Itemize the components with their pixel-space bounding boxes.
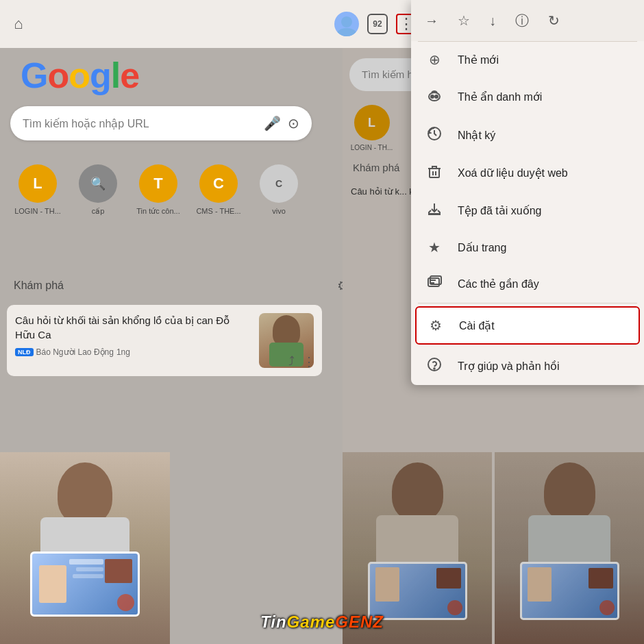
shortcut-label-4: CMS - THE... (196, 207, 240, 215)
menu-label-tro-giup: Trợ giúp và phản hồi (458, 360, 560, 373)
trash-icon (425, 164, 444, 182)
news-source-badge: NLĐ (15, 348, 34, 356)
shortcut-icon-3: T (139, 164, 177, 203)
settings-icon: ⚙ (426, 317, 445, 334)
kham-pha-label: Khám phá (14, 280, 64, 292)
browser-topbar-left: ⌂ 92 ⋮ (0, 0, 425, 48)
shortcut-label-5: vivo (272, 207, 286, 215)
context-menu-topbar: → ☆ ↓ ⓘ ↻ (411, 0, 644, 41)
shortcut-icon-4: C (199, 164, 238, 203)
menu-item-tep-tai-xuong[interactable]: Tệp đã tải xuống (411, 192, 644, 230)
tab-count-badge[interactable]: 92 (367, 14, 388, 34)
context-menu: → ☆ ↓ ⓘ ↻ ⊕ Thẻ mới Thẻ ẩn danh mới (411, 0, 644, 385)
history-icon (425, 126, 444, 145)
news-title: Câu hỏi từ khối tài sản khổng lồ của bị … (15, 313, 252, 342)
menu-label-xoa-du-lieu: Xoá dữ liệu duyệt web (458, 166, 568, 179)
menu-label-dau-trang: Dấu trang (458, 241, 506, 254)
mic-icon[interactable]: 🎤 (264, 115, 281, 132)
shortcut-4[interactable]: C CMS - THE... (195, 164, 243, 216)
forward-icon[interactable]: → (425, 13, 438, 29)
news-source-name: Báo Người Lao Động (36, 347, 114, 357)
shortcut-icon-1: L (18, 164, 57, 203)
search-bar[interactable]: Tìm kiếm hoặc nhập URL 🎤 ⊙ (10, 106, 312, 140)
shortcut-3[interactable]: T Tin tức côn... (134, 164, 182, 216)
shortcuts-row: L LOGIN - TH... 🔍 cấp T Tin tức côn... C… (7, 158, 349, 223)
star-icon[interactable]: ☆ (458, 12, 470, 29)
menu-item-cai-dat[interactable]: ⚙ Cài đặt (417, 308, 639, 343)
download-icon[interactable]: ↓ (489, 13, 496, 29)
downloads-icon (425, 201, 444, 220)
menu-label-the-moi: Thẻ mới (458, 53, 499, 66)
right-shortcut-1: L LOGIN - TH... (349, 105, 394, 151)
bookmark-icon: ★ (425, 239, 444, 256)
help-icon (425, 357, 444, 375)
kham-pha-header: Khám phá ⚙ (10, 277, 353, 294)
refresh-icon[interactable]: ↻ (548, 12, 560, 29)
home-button[interactable]: ⌂ (8, 14, 29, 34)
news-source: NLĐ Báo Người Lao Động 1ng (15, 347, 252, 357)
watermark: TinGameGENZ (260, 612, 384, 632)
shortcut-2[interactable]: 🔍 cấp (74, 164, 122, 216)
menu-item-tro-giup[interactable]: Trợ giúp và phản hồi (411, 347, 644, 385)
shortcut-label-3: Tin tức côn... (136, 207, 179, 216)
svg-rect-6 (430, 169, 439, 177)
menu-label-tep-tai-xuong: Tệp đã tải xuống (458, 204, 542, 217)
menu-item-cai-dat-highlighted[interactable]: ⚙ Cài đặt (415, 306, 640, 345)
menu-item-xoa-du-lieu[interactable]: Xoá dữ liệu duyệt web (411, 154, 644, 192)
news-img-left (0, 452, 170, 644)
shortcut-icon-5: C (260, 164, 298, 203)
svg-point-3 (431, 95, 434, 98)
shortcut-icon-2: 🔍 (79, 164, 117, 203)
lens-icon[interactable]: ⊙ (288, 115, 299, 132)
menu-divider-2 (418, 303, 637, 304)
recent-tabs-icon (425, 275, 444, 293)
menu-label-cac-the-gan-day: Các thẻ gần đây (458, 277, 539, 290)
svg-point-4 (435, 95, 438, 98)
menu-item-the-moi[interactable]: ⊕ Thẻ mới (411, 42, 644, 77)
menu-item-cac-the-gan-day[interactable]: Các thẻ gần đây (411, 265, 644, 303)
menu-item-dau-trang[interactable]: ★ Dấu trang (411, 230, 644, 265)
incognito-icon (425, 87, 444, 107)
avatar[interactable] (334, 12, 359, 36)
svg-point-1 (337, 28, 356, 36)
menu-item-the-an-danh[interactable]: Thẻ ẩn danh mới (411, 77, 644, 116)
shortcut-1[interactable]: L LOGIN - TH... (14, 164, 62, 216)
svg-point-10 (434, 368, 435, 369)
google-logo: Google (21, 55, 139, 96)
news-text: Câu hỏi từ khối tài sản khổng lồ của bị … (15, 313, 252, 368)
menu-label-cai-dat: Cài đặt (459, 319, 495, 332)
plus-circle-icon: ⊕ (425, 51, 444, 68)
news-time: 1ng (116, 347, 130, 357)
info-icon[interactable]: ⓘ (515, 12, 529, 30)
menu-label-the-an-danh: Thẻ ẩn danh mới (458, 90, 542, 103)
share-icon[interactable]: ⤴ (288, 354, 295, 369)
shortcut-5[interactable]: C vivo (255, 164, 303, 216)
right-bottom-images (343, 452, 644, 644)
shortcut-label-1: LOGIN - TH... (14, 207, 61, 215)
search-placeholder: Tìm kiếm hoặc nhập URL (23, 117, 257, 130)
more-icon[interactable]: ⋮ (303, 354, 315, 369)
svg-point-0 (341, 16, 352, 27)
menu-item-nhat-ky[interactable]: Nhật ký (411, 116, 644, 154)
news-article: Câu hỏi từ khối tài sản khổng lồ của bị … (7, 305, 322, 376)
menu-label-nhat-ky: Nhật ký (458, 129, 495, 142)
shortcut-label-2: cấp (92, 207, 105, 216)
